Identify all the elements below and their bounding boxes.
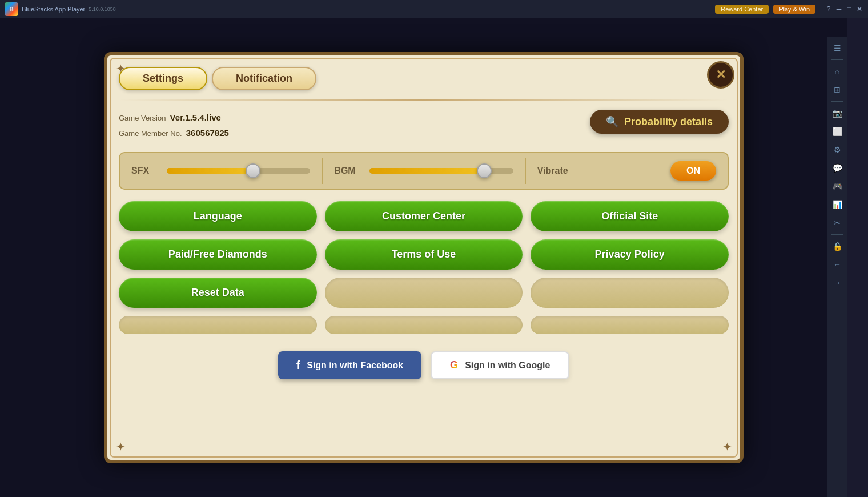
bgm-label: BGM [334, 166, 363, 176]
settings-dialog: ✦ ✦ ✦ ✦ Settings Notification ✕ Game Ver… [104, 52, 744, 463]
empty-slot-4 [325, 316, 523, 334]
sliders-row: SFX BGM Vibrate ON [119, 152, 729, 190]
titlebar: B BlueStacks App Player 5.10.0.1058 Rewa… [0, 0, 868, 18]
corner-tl: ✦ [112, 60, 129, 77]
buttons-grid: Language Customer Center Official Site P… [119, 201, 729, 334]
side-separator-1 [831, 59, 843, 60]
reward-center-button[interactable]: Reward Center [715, 5, 769, 14]
bgm-thumb[interactable] [477, 163, 492, 178]
sidebar-forward-icon[interactable]: → [829, 275, 845, 291]
tab-notification[interactable]: Notification [212, 67, 316, 90]
facebook-signin-label: Sign in with Facebook [307, 360, 403, 371]
reset-data-button[interactable]: Reset Data [119, 278, 317, 308]
bgm-fill [369, 168, 484, 174]
sfx-fill [167, 168, 253, 174]
vibrate-section: Vibrate ON [526, 158, 728, 184]
sidebar-toggle-icon[interactable]: ☰ [829, 40, 845, 56]
sidebar-back-icon[interactable]: ← [829, 256, 845, 272]
sidebar-lock-icon[interactable]: 🔒 [829, 238, 845, 254]
sfx-label: SFX [131, 166, 160, 176]
google-signin-button[interactable]: G Sign in with Google [431, 351, 569, 379]
search-icon: 🔍 [606, 115, 618, 128]
google-icon: G [450, 359, 458, 371]
paid-diamonds-button[interactable]: Paid/Free Diamonds [119, 239, 317, 270]
facebook-icon: f [296, 359, 300, 372]
app-version: 5.10.0.1058 [89, 6, 116, 12]
tab-settings[interactable]: Settings [119, 67, 207, 90]
language-button[interactable]: Language [119, 201, 317, 231]
facebook-signin-button[interactable]: f Sign in with Facebook [278, 351, 422, 379]
sidebar-chart-icon[interactable]: 📊 [829, 197, 845, 213]
customer-center-button[interactable]: Customer Center [325, 201, 523, 231]
game-version-row: Game Version Ver.1.5.4.live [119, 110, 229, 125]
help-button[interactable]: ? [825, 5, 833, 13]
google-signin-label: Sign in with Google [465, 360, 550, 371]
terms-of-use-button[interactable]: Terms of Use [325, 239, 523, 270]
app-logo: B [5, 2, 18, 16]
corner-br: ✦ [718, 438, 736, 455]
titlebar-right: Reward Center Play & Win ? ─ □ ✕ [715, 5, 863, 14]
sidebar-screen-icon[interactable]: ⬜ [829, 123, 845, 139]
social-row: f Sign in with Facebook G Sign in with G… [119, 351, 729, 379]
sidebar-scissors-icon[interactable]: ✂ [829, 215, 845, 231]
sfx-thumb[interactable] [246, 163, 260, 178]
sidebar-settings-icon[interactable]: ⚙ [829, 142, 845, 158]
vibrate-label: Vibrate [537, 166, 664, 176]
sidebar-grid-icon[interactable]: ⊞ [829, 82, 845, 98]
sfx-track [167, 168, 310, 174]
probability-details-button[interactable]: 🔍 Probability details [590, 110, 729, 134]
member-value: 360567825 [186, 128, 229, 138]
window-close-button[interactable]: ✕ [855, 5, 863, 13]
member-row: Game Member No. 360567825 [119, 125, 229, 141]
empty-slot-1 [325, 278, 523, 308]
info-row: Game Version Ver.1.5.4.live Game Member … [119, 110, 729, 141]
side-panel: ☰ ⌂ ⊞ 📷 ⬜ ⚙ 💬 🎮 📊 ✂ 🔒 ← → [827, 37, 847, 497]
privacy-policy-button[interactable]: Privacy Policy [531, 239, 729, 270]
side-separator-2 [831, 101, 843, 102]
minimize-button[interactable]: ─ [835, 5, 843, 13]
member-label: Game Member No. [119, 129, 182, 138]
bgm-track [369, 168, 513, 174]
empty-slot-3 [119, 316, 317, 334]
main-area: ☰ ⌂ ⊞ 📷 ⬜ ⚙ 💬 🎮 📊 ✂ 🔒 ← → ✦ ✦ ✦ ✦ Settin… [0, 18, 847, 497]
side-separator-3 [831, 234, 843, 235]
corner-bl: ✦ [112, 438, 129, 455]
tab-bar: Settings Notification [119, 67, 729, 90]
version-info: Game Version Ver.1.5.4.live Game Member … [119, 110, 229, 141]
bgm-section: BGM [323, 158, 525, 184]
empty-slot-5 [531, 316, 729, 334]
sidebar-chat-icon[interactable]: 💬 [829, 160, 845, 176]
maximize-button[interactable]: □ [845, 5, 853, 13]
sidebar-gamepad-icon[interactable]: 🎮 [829, 178, 845, 194]
app-title: BlueStacks App Player [22, 6, 85, 13]
game-version-value: Ver.1.5.4.live [170, 113, 221, 122]
game-version-label: Game Version [119, 114, 166, 122]
sidebar-camera-icon[interactable]: 📷 [829, 105, 845, 121]
empty-slot-2 [531, 278, 729, 308]
probability-details-label: Probability details [624, 116, 713, 128]
official-site-button[interactable]: Official Site [531, 201, 729, 231]
top-divider [119, 99, 729, 101]
dialog-close-button[interactable]: ✕ [707, 61, 734, 89]
vibrate-toggle[interactable]: ON [670, 161, 716, 181]
play-win-button[interactable]: Play & Win [773, 5, 815, 14]
sfx-section: SFX [120, 158, 323, 184]
sidebar-home-icon[interactable]: ⌂ [829, 63, 845, 79]
window-controls: ? ─ □ ✕ [825, 5, 863, 13]
